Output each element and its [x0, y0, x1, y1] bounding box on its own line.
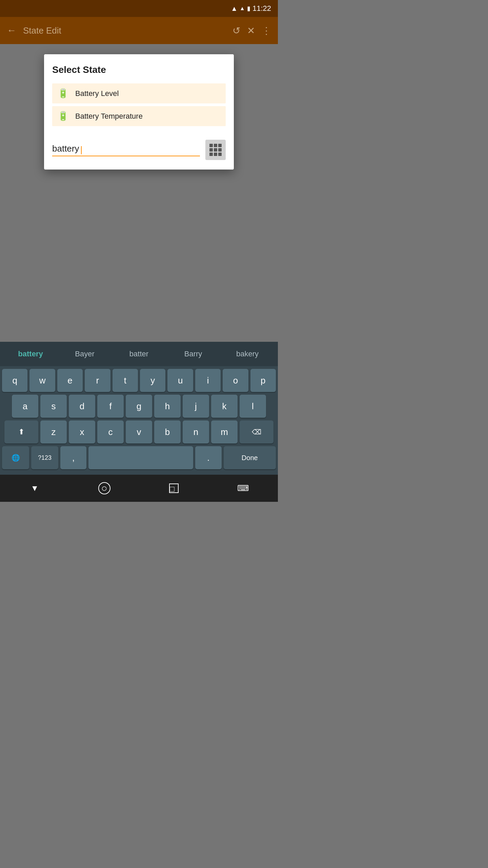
- comma-key[interactable]: ,: [60, 446, 86, 469]
- space-key[interactable]: [88, 446, 193, 469]
- key-z[interactable]: z: [40, 420, 67, 443]
- done-key[interactable]: Done: [224, 446, 276, 469]
- key-e[interactable]: e: [57, 369, 83, 392]
- close-button[interactable]: ✕: [247, 25, 255, 36]
- key-row-3: ⬆ z x c v b n m ⌫: [2, 420, 276, 443]
- search-cursor: [81, 146, 82, 154]
- nav-back-button[interactable]: ▼: [25, 478, 45, 498]
- keyboard-keys: q w e r t y u i o p a s d f g h j k l ⬆ …: [0, 366, 278, 475]
- key-o[interactable]: o: [223, 369, 248, 392]
- period-key[interactable]: .: [195, 446, 221, 469]
- key-row-2: a s d f g h j k l: [2, 395, 276, 418]
- refresh-button[interactable]: ↺: [232, 25, 240, 36]
- num-key[interactable]: ?123: [31, 446, 58, 469]
- search-input-wrapper[interactable]: battery: [52, 143, 200, 156]
- key-x[interactable]: x: [69, 420, 95, 443]
- suggestion-barry[interactable]: Barry: [166, 346, 220, 362]
- signal-icon: ▲: [240, 5, 245, 12]
- battery-level-icon: 🔋: [58, 88, 68, 99]
- status-time: 11:22: [252, 4, 271, 13]
- nav-back-icon: ▼: [31, 484, 39, 493]
- nav-recents-button[interactable]: □: [164, 478, 184, 498]
- nav-keyboard-icon: ⌨: [237, 484, 249, 493]
- grid-icon: [209, 144, 222, 156]
- app-bar-title: State Edit: [23, 25, 226, 36]
- battery-status-icon: ▮: [247, 5, 250, 12]
- suggestions-bar: battery Bayer batter Barry bakery: [0, 342, 278, 366]
- key-k[interactable]: k: [211, 395, 238, 418]
- keyboard: battery Bayer batter Barry bakery q w e …: [0, 342, 278, 475]
- key-q[interactable]: q: [2, 369, 27, 392]
- key-c[interactable]: c: [97, 420, 124, 443]
- suggestion-batter[interactable]: batter: [112, 346, 166, 362]
- key-j[interactable]: j: [183, 395, 209, 418]
- key-t[interactable]: t: [113, 369, 138, 392]
- key-y[interactable]: y: [140, 369, 165, 392]
- suggestion-bayer[interactable]: Bayer: [58, 346, 112, 362]
- search-input-text: battery: [52, 143, 79, 154]
- nav-recents-icon: □: [169, 484, 179, 493]
- key-w[interactable]: w: [29, 369, 55, 392]
- grid-button[interactable]: [205, 140, 226, 160]
- key-n[interactable]: n: [183, 420, 209, 443]
- nav-home-button[interactable]: ○: [94, 478, 115, 498]
- key-f[interactable]: f: [97, 395, 124, 418]
- battery-temperature-item[interactable]: 🔋 Battery Temperature: [52, 106, 226, 126]
- battery-temperature-label: Battery Temperature: [75, 112, 143, 121]
- key-m[interactable]: m: [211, 420, 238, 443]
- key-a[interactable]: a: [12, 395, 38, 418]
- select-state-dialog: Select State 🔋 Battery Level 🔋 Battery T…: [44, 54, 234, 170]
- key-row-4: 🌐 ?123 , . Done: [2, 446, 276, 469]
- key-s[interactable]: s: [40, 395, 67, 418]
- nav-home-icon: ○: [98, 482, 110, 494]
- key-u[interactable]: u: [167, 369, 193, 392]
- emoji-key[interactable]: 🌐: [2, 446, 29, 469]
- bottom-nav-bar: ▼ ○ □ ⌨: [0, 475, 278, 502]
- search-area: battery: [52, 140, 226, 161]
- wifi-icon: ▲: [231, 5, 238, 13]
- battery-temperature-icon: 🔋: [58, 111, 68, 121]
- battery-level-item[interactable]: 🔋 Battery Level: [52, 83, 226, 103]
- suggestion-battery[interactable]: battery: [3, 346, 58, 362]
- key-i[interactable]: i: [195, 369, 221, 392]
- app-bar: ← State Edit ↺ ✕ ⋮: [0, 17, 278, 44]
- key-row-1: q w e r t y u i o p: [2, 369, 276, 392]
- dialog-title: Select State: [52, 64, 226, 75]
- key-r[interactable]: r: [85, 369, 110, 392]
- status-bar: ▲ ▲ ▮ 11:22: [0, 0, 278, 17]
- shift-key[interactable]: ⬆: [4, 420, 38, 443]
- key-d[interactable]: d: [69, 395, 95, 418]
- key-g[interactable]: g: [126, 395, 152, 418]
- backspace-key[interactable]: ⌫: [240, 420, 273, 443]
- key-p[interactable]: p: [250, 369, 276, 392]
- key-b[interactable]: b: [154, 420, 181, 443]
- nav-keyboard-button[interactable]: ⌨: [233, 478, 253, 498]
- status-icons: ▲ ▲ ▮ 11:22: [231, 4, 271, 13]
- key-h[interactable]: h: [154, 395, 181, 418]
- key-v[interactable]: v: [126, 420, 152, 443]
- suggestion-bakery[interactable]: bakery: [220, 346, 274, 362]
- key-l[interactable]: l: [240, 395, 266, 418]
- back-button[interactable]: ←: [7, 25, 16, 36]
- more-button[interactable]: ⋮: [262, 25, 271, 36]
- battery-level-label: Battery Level: [75, 89, 119, 98]
